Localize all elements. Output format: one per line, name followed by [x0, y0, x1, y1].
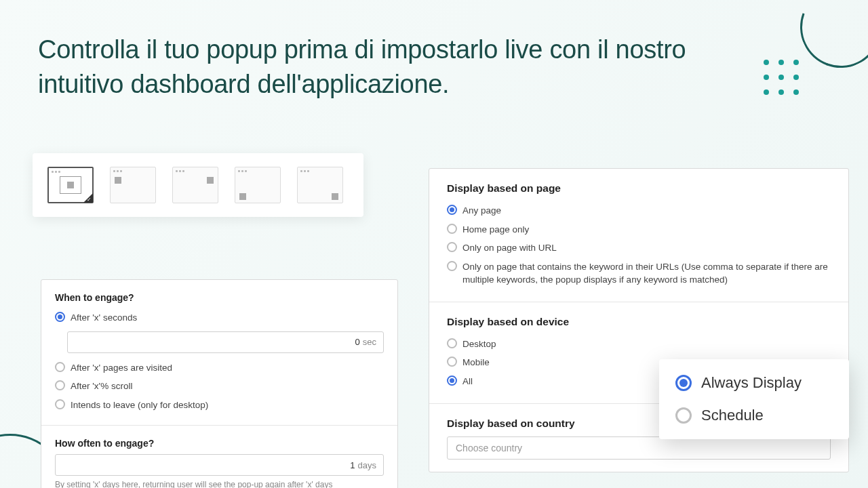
display-page-title: Display based on page	[447, 182, 831, 195]
page-title: Controlla il tuo popup prima di impostar…	[38, 33, 732, 102]
seconds-unit: sec	[363, 337, 376, 347]
page-option-home[interactable]: Home page only	[447, 220, 831, 239]
radio-label: After 'x'% scroll	[71, 380, 132, 393]
seconds-value: 0	[355, 337, 360, 347]
engage-option-intends-leave[interactable]: Intends to leave (only for desktop)	[55, 396, 384, 415]
radio-icon	[447, 338, 457, 348]
radio-label: Intends to leave (only for desktop)	[71, 399, 208, 412]
radio-icon	[447, 242, 457, 252]
radio-icon	[55, 399, 65, 409]
radio-label: Desktop	[462, 338, 496, 351]
seconds-input[interactable]: 0 sec	[67, 331, 384, 353]
page-option-keyword[interactable]: Only on page that contains the keyword i…	[447, 258, 831, 289]
radio-label: After 'x' seconds	[71, 311, 137, 325]
schedule-card: Always Display Schedule	[659, 359, 849, 439]
layout-option-bottom-left[interactable]	[235, 167, 281, 203]
layout-option-bottom-right[interactable]	[297, 167, 343, 203]
country-input[interactable]: Choose country	[447, 436, 831, 460]
radio-label: Home page only	[462, 223, 529, 237]
days-input[interactable]: 1 days	[55, 454, 384, 476]
country-placeholder: Choose country	[456, 443, 522, 453]
radio-label: Mobile	[462, 356, 490, 369]
days-value: 1	[350, 460, 355, 470]
page-option-url[interactable]: Only on page with URL	[447, 239, 831, 258]
radio-label: Any page	[462, 204, 501, 218]
radio-label: Always Display	[701, 374, 802, 392]
radio-icon	[675, 375, 692, 391]
radio-label: All	[462, 375, 473, 388]
radio-icon	[447, 205, 457, 215]
radio-icon	[55, 380, 65, 390]
radio-icon	[447, 261, 457, 271]
radio-icon	[447, 375, 457, 386]
radio-icon	[447, 224, 457, 234]
radio-label: Only on page with URL	[462, 241, 557, 255]
radio-icon	[55, 312, 65, 322]
page-option-any[interactable]: Any page	[447, 201, 831, 220]
layout-option-center[interactable]: ✓	[47, 167, 94, 203]
schedule-option-schedule[interactable]: Schedule	[675, 407, 833, 424]
radio-label: Only on page that contains the keyword i…	[462, 260, 831, 287]
layout-option-top-right[interactable]	[172, 167, 218, 203]
engage-panel: When to engage? After 'x' seconds 0 sec …	[41, 279, 398, 488]
radio-icon	[55, 362, 65, 372]
layout-option-top-left[interactable]	[110, 167, 156, 203]
radio-icon	[447, 357, 457, 367]
engage-option-after-seconds[interactable]: After 'x' seconds	[55, 308, 384, 327]
engage-option-after-pages[interactable]: After 'x' pages are visited	[55, 359, 384, 378]
how-often-title: How often to engage?	[55, 438, 384, 449]
decoration-dots	[764, 60, 800, 96]
schedule-option-always[interactable]: Always Display	[675, 374, 833, 392]
device-option-desktop[interactable]: Desktop	[447, 335, 831, 354]
radio-icon	[675, 407, 692, 424]
days-hint: By setting 'x' days here, returning user…	[55, 480, 384, 488]
when-to-engage-title: When to engage?	[55, 292, 384, 303]
days-unit: days	[358, 460, 376, 470]
layout-picker: ✓	[33, 153, 363, 217]
display-device-title: Display based on device	[447, 316, 831, 328]
engage-option-after-scroll[interactable]: After 'x'% scroll	[55, 377, 384, 396]
radio-label: After 'x' pages are visited	[71, 361, 172, 375]
radio-label: Schedule	[701, 407, 764, 424]
